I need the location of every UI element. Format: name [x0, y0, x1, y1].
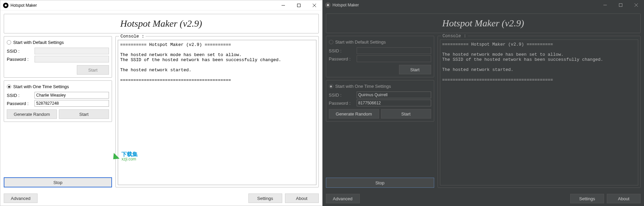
hotspot-maker-window-light: Hotspot Maker Hotspot Maker (v2.9) Start… [0, 0, 323, 206]
settings-button[interactable]: Settings [248, 194, 282, 203]
console-output[interactable]: ========== Hotspot Maker (v2.9) ========… [440, 40, 639, 185]
generate-random-button[interactable]: Generate Random [7, 109, 57, 119]
about-button[interactable]: About [607, 194, 641, 203]
console-output[interactable]: ========== Hotspot Maker (v2.9) ========… [118, 40, 316, 185]
default-settings-group: Start with Default Settings SSID : Passw… [4, 36, 112, 78]
default-ssid-label: SSID : [7, 49, 33, 54]
header-panel: Hotspot Maker (v2.9) [4, 14, 319, 33]
app-icon [3, 3, 8, 8]
console-label: Console : [119, 34, 146, 39]
stop-button[interactable]: Stop [326, 178, 434, 188]
window-title: Hotspot Maker [333, 3, 598, 7]
console-panel: Console : ========== Hotspot Maker (v2.9… [438, 36, 641, 188]
onetime-settings-radio[interactable] [7, 84, 11, 89]
default-password-label: Password : [7, 57, 33, 62]
onetime-start-button[interactable]: Start [59, 109, 109, 119]
footer: Advanced Settings About [323, 191, 644, 206]
onetime-password-input[interactable] [35, 100, 109, 107]
titlebar: Hotspot Maker [323, 0, 644, 10]
console-label: Console : [441, 33, 468, 38]
onetime-settings-group: Start with One Time Settings SSID : Pass… [4, 80, 112, 122]
svg-point-0 [5, 4, 7, 6]
titlebar: Hotspot Maker [0, 0, 322, 10]
stop-button[interactable]: Stop [4, 177, 112, 187]
default-settings-title: Start with Default Settings [13, 40, 64, 45]
close-button[interactable] [307, 0, 322, 10]
onetime-password-label: Password : [7, 101, 33, 106]
default-password-input[interactable] [357, 55, 431, 62]
default-password-label: Password : [329, 56, 355, 61]
hotspot-maker-window-dark: Hotspot Maker Hotspot Maker (v2.9) Start… [323, 0, 644, 206]
svg-rect-2 [297, 4, 300, 7]
console-panel: Console : ========== Hotspot Maker (v2.9… [115, 36, 319, 187]
app-icon [325, 2, 331, 8]
default-settings-radio[interactable] [7, 40, 11, 45]
onetime-password-input[interactable] [357, 100, 431, 106]
onetime-ssid-input[interactable] [357, 92, 431, 98]
svg-point-5 [327, 4, 329, 6]
onetime-ssid-label: SSID : [7, 93, 33, 98]
onetime-settings-radio[interactable] [329, 84, 333, 88]
minimize-button[interactable] [597, 0, 613, 10]
onetime-settings-title: Start with One Time Settings [13, 84, 69, 89]
onetime-ssid-input[interactable] [35, 92, 109, 99]
generate-random-button[interactable]: Generate Random [329, 109, 379, 119]
default-ssid-label: SSID : [329, 48, 355, 53]
svg-rect-7 [619, 4, 622, 7]
advanced-button[interactable]: Advanced [326, 194, 360, 203]
default-settings-group: Start with Default Settings SSID : Passw… [326, 36, 434, 77]
onetime-settings-title: Start with One Time Settings [335, 84, 391, 89]
settings-button[interactable]: Settings [570, 194, 604, 203]
default-settings-title: Start with Default Settings [335, 40, 386, 45]
maximize-button[interactable] [613, 0, 628, 10]
onetime-start-button[interactable]: Start [381, 109, 431, 119]
onetime-ssid-label: SSID : [329, 93, 355, 98]
default-ssid-input[interactable] [35, 48, 109, 54]
header-panel: Hotspot Maker (v2.9) [326, 14, 641, 33]
default-start-button[interactable]: Start [399, 65, 431, 74]
default-settings-radio[interactable] [329, 40, 333, 44]
default-ssid-input[interactable] [357, 47, 431, 54]
minimize-button[interactable] [275, 0, 291, 10]
advanced-button[interactable]: Advanced [4, 194, 38, 203]
onetime-settings-group: Start with One Time Settings SSID : Pass… [326, 80, 434, 122]
footer: Advanced Settings About [0, 191, 322, 206]
default-password-input[interactable] [35, 56, 109, 62]
window-title: Hotspot Maker [10, 3, 275, 8]
about-button[interactable]: About [285, 194, 319, 203]
close-button[interactable] [628, 0, 644, 10]
app-heading: Hotspot Maker (v2.9) [4, 18, 318, 29]
maximize-button[interactable] [291, 0, 307, 10]
app-heading: Hotspot Maker (v2.9) [326, 18, 641, 29]
default-start-button[interactable]: Start [77, 65, 109, 75]
onetime-password-label: Password : [329, 101, 355, 106]
